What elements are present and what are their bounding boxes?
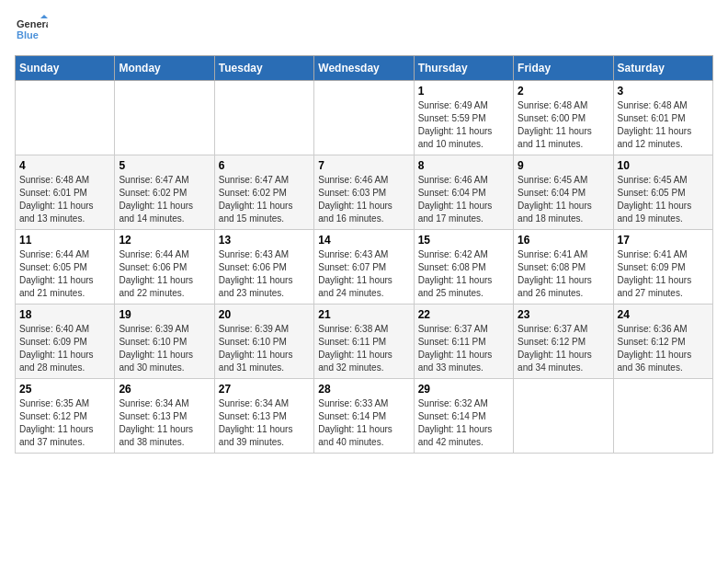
logo-svg: General Blue [15,15,48,48]
day-info: Sunrise: 6:49 AM Sunset: 5:59 PM Dayligh… [418,99,509,151]
day-info: Sunrise: 6:35 AM Sunset: 6:12 PM Dayligh… [19,397,110,449]
day-info: Sunrise: 6:36 AM Sunset: 6:12 PM Dayligh… [618,323,709,374]
day-number: 1 [418,85,509,98]
day-number: 8 [418,159,509,172]
calendar-cell: 14Sunrise: 6:43 AM Sunset: 6:07 PM Dayli… [314,230,414,304]
logo: General Blue [15,15,48,48]
day-number: 6 [219,159,310,172]
calendar-cell: 6Sunrise: 6:47 AM Sunset: 6:02 PM Daylig… [214,155,313,230]
day-info: Sunrise: 6:44 AM Sunset: 6:05 PM Dayligh… [19,248,110,300]
day-info: Sunrise: 6:42 AM Sunset: 6:08 PM Dayligh… [418,248,509,300]
day-number: 19 [119,308,210,321]
calendar-header: SundayMondayTuesdayWednesdayThursdayFrid… [16,56,713,81]
day-info: Sunrise: 6:43 AM Sunset: 6:07 PM Dayligh… [318,248,409,300]
calendar-cell: 20Sunrise: 6:39 AM Sunset: 6:10 PM Dayli… [214,304,313,379]
day-number: 3 [618,85,709,98]
day-info: Sunrise: 6:48 AM Sunset: 6:00 PM Dayligh… [518,99,609,151]
calendar-cell: 25Sunrise: 6:35 AM Sunset: 6:12 PM Dayli… [16,379,115,454]
calendar-cell: 21Sunrise: 6:38 AM Sunset: 6:11 PM Dayli… [314,304,414,379]
weekday-header: Thursday [414,56,513,81]
calendar-table: SundayMondayTuesdayWednesdayThursdayFrid… [15,55,713,454]
calendar-cell [613,379,712,454]
day-info: Sunrise: 6:45 AM Sunset: 6:04 PM Dayligh… [518,174,609,225]
calendar-cell: 7Sunrise: 6:46 AM Sunset: 6:03 PM Daylig… [314,155,414,230]
day-info: Sunrise: 6:32 AM Sunset: 6:14 PM Dayligh… [418,397,509,449]
day-info: Sunrise: 6:34 AM Sunset: 6:13 PM Dayligh… [119,397,210,449]
day-info: Sunrise: 6:46 AM Sunset: 6:04 PM Dayligh… [418,174,509,225]
day-number: 14 [318,234,409,247]
day-number: 13 [219,234,310,247]
day-info: Sunrise: 6:48 AM Sunset: 6:01 PM Dayligh… [19,174,110,225]
calendar-cell: 5Sunrise: 6:47 AM Sunset: 6:02 PM Daylig… [115,155,214,230]
calendar-week-row: 25Sunrise: 6:35 AM Sunset: 6:12 PM Dayli… [16,379,713,454]
day-info: Sunrise: 6:43 AM Sunset: 6:06 PM Dayligh… [219,248,310,300]
day-info: Sunrise: 6:44 AM Sunset: 6:06 PM Dayligh… [119,248,210,300]
calendar-week-row: 1Sunrise: 6:49 AM Sunset: 5:59 PM Daylig… [16,81,713,155]
calendar-week-row: 4Sunrise: 6:48 AM Sunset: 6:01 PM Daylig… [16,155,713,230]
weekday-header: Sunday [16,56,115,81]
day-number: 29 [418,383,509,396]
page-header: General Blue [15,15,713,48]
calendar-cell: 29Sunrise: 6:32 AM Sunset: 6:14 PM Dayli… [414,379,513,454]
calendar-week-row: 11Sunrise: 6:44 AM Sunset: 6:05 PM Dayli… [16,230,713,304]
svg-text:Blue: Blue [17,29,39,40]
calendar-cell: 27Sunrise: 6:34 AM Sunset: 6:13 PM Dayli… [214,379,313,454]
day-info: Sunrise: 6:48 AM Sunset: 6:01 PM Dayligh… [618,99,709,151]
day-number: 9 [518,159,609,172]
calendar-cell: 13Sunrise: 6:43 AM Sunset: 6:06 PM Dayli… [214,230,313,304]
calendar-cell: 19Sunrise: 6:39 AM Sunset: 6:10 PM Dayli… [115,304,214,379]
day-number: 20 [219,308,310,321]
weekday-header: Friday [514,56,613,81]
logo-graphic: General Blue [15,15,48,48]
svg-text:General: General [17,18,48,29]
day-info: Sunrise: 6:40 AM Sunset: 6:09 PM Dayligh… [19,323,110,374]
day-number: 12 [119,234,210,247]
calendar-cell: 16Sunrise: 6:41 AM Sunset: 6:08 PM Dayli… [514,230,613,304]
day-number: 16 [518,234,609,247]
calendar-cell [214,81,313,155]
calendar-week-row: 18Sunrise: 6:40 AM Sunset: 6:09 PM Dayli… [16,304,713,379]
day-number: 18 [19,308,110,321]
weekday-header: Tuesday [214,56,313,81]
day-number: 22 [418,308,509,321]
day-info: Sunrise: 6:45 AM Sunset: 6:05 PM Dayligh… [618,174,709,225]
calendar-cell: 15Sunrise: 6:42 AM Sunset: 6:08 PM Dayli… [414,230,513,304]
day-info: Sunrise: 6:33 AM Sunset: 6:14 PM Dayligh… [318,397,409,449]
day-info: Sunrise: 6:46 AM Sunset: 6:03 PM Dayligh… [318,174,409,225]
day-info: Sunrise: 6:41 AM Sunset: 6:08 PM Dayligh… [518,248,609,300]
calendar-cell [16,81,115,155]
weekday-header: Monday [115,56,214,81]
calendar-cell: 26Sunrise: 6:34 AM Sunset: 6:13 PM Dayli… [115,379,214,454]
day-number: 21 [318,308,409,321]
day-number: 24 [618,308,709,321]
day-number: 5 [119,159,210,172]
day-info: Sunrise: 6:47 AM Sunset: 6:02 PM Dayligh… [219,174,310,225]
day-number: 25 [19,383,110,396]
day-info: Sunrise: 6:47 AM Sunset: 6:02 PM Dayligh… [119,174,210,225]
calendar-cell: 18Sunrise: 6:40 AM Sunset: 6:09 PM Dayli… [16,304,115,379]
calendar-cell: 22Sunrise: 6:37 AM Sunset: 6:11 PM Dayli… [414,304,513,379]
day-info: Sunrise: 6:39 AM Sunset: 6:10 PM Dayligh… [119,323,210,374]
day-number: 17 [618,234,709,247]
day-info: Sunrise: 6:37 AM Sunset: 6:12 PM Dayligh… [518,323,609,374]
calendar-body: 1Sunrise: 6:49 AM Sunset: 5:59 PM Daylig… [16,81,713,454]
day-number: 7 [318,159,409,172]
day-number: 26 [119,383,210,396]
day-info: Sunrise: 6:41 AM Sunset: 6:09 PM Dayligh… [618,248,709,300]
header-row: SundayMondayTuesdayWednesdayThursdayFrid… [16,56,713,81]
calendar-cell [514,379,613,454]
calendar-cell: 28Sunrise: 6:33 AM Sunset: 6:14 PM Dayli… [314,379,414,454]
day-info: Sunrise: 6:37 AM Sunset: 6:11 PM Dayligh… [418,323,509,374]
day-number: 15 [418,234,509,247]
weekday-header: Wednesday [314,56,414,81]
calendar-cell [314,81,414,155]
day-number: 11 [19,234,110,247]
day-number: 2 [518,85,609,98]
day-number: 28 [318,383,409,396]
calendar-cell: 17Sunrise: 6:41 AM Sunset: 6:09 PM Dayli… [613,230,712,304]
calendar-cell: 9Sunrise: 6:45 AM Sunset: 6:04 PM Daylig… [514,155,613,230]
calendar-cell: 12Sunrise: 6:44 AM Sunset: 6:06 PM Dayli… [115,230,214,304]
calendar-cell: 2Sunrise: 6:48 AM Sunset: 6:00 PM Daylig… [514,81,613,155]
calendar-cell: 3Sunrise: 6:48 AM Sunset: 6:01 PM Daylig… [613,81,712,155]
day-info: Sunrise: 6:39 AM Sunset: 6:10 PM Dayligh… [219,323,310,374]
